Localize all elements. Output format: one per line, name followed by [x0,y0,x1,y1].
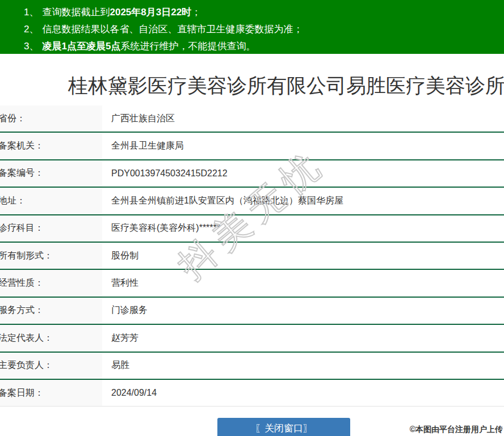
table-row-address: 地址： 全州县全州镇前进1队安置区内（鸿福路北边）蔡国华房屋 [0,188,504,215]
table-row-service-mode: 服务方式： 门诊服务 [0,298,504,325]
field-value: PDY00139745032415D2212 [102,160,504,187]
field-label: 经营性质： [0,270,102,296]
table-row-ownership-form: 所有制形式： 股份制 [0,243,504,270]
field-value: 易胜 [102,353,504,379]
field-value: 医疗美容科(美容外科)****** [102,215,504,242]
table-row-operating-nature: 经营性质： 营利性 [0,270,504,297]
field-value: 全州县卫生健康局 [102,133,504,159]
field-label: 主要负责人： [0,353,102,379]
notice-line-3: 3、凌晨1点至凌晨5点系统进行维护，不能提供查询。 [0,38,504,55]
field-value: 股份制 [102,243,504,269]
field-value: 门诊服务 [102,298,504,324]
notice-number: 3、 [24,41,39,52]
field-value: 全州县全州镇前进1队安置区内（鸿福路北边）蔡国华房屋 [102,188,504,214]
notice-line-2: 2、信息数据结果以各省、自治区、直辖市卫生健康委数据为准； [0,21,504,38]
field-label: 服务方式： [0,298,102,324]
notice-banner: 1、查询数据截止到2025年8月3日22时； 2、信息数据结果以各省、自治区、直… [0,0,504,54]
table-row-legal-representative: 法定代表人： 赵芳芳 [0,325,504,352]
table-row-filing-number: 备案编号： PDY00139745032415D2212 [0,160,504,188]
field-label: 备案编号： [0,160,102,187]
field-label: 诊疗科目： [0,215,102,242]
field-label: 省份： [0,105,102,132]
field-label: 所有制形式： [0,243,102,269]
field-value: 2024/09/14 [102,380,504,406]
table-row-medical-subjects: 诊疗科目： 医疗美容科(美容外科)****** [0,215,504,243]
table-row-province: 省份： 广西壮族自治区 [0,105,504,133]
notice-text: ； [191,7,201,18]
page-title: 桂林黛影医疗美容诊所有限公司易胜医疗美容诊所 [68,73,504,99]
field-label: 法定代表人： [0,325,102,351]
notice-number: 1、 [24,7,39,18]
field-label: 备案机关： [0,133,102,159]
table-row-main-person-in-charge: 主要负责人： 易胜 [0,353,504,380]
upload-stamp: ©本图由平台注册用户上传 [410,425,503,435]
notice-text: 系统进行维护，不能提供查询。 [120,41,255,52]
notice-text-bold: 凌晨1点至凌晨5点 [42,41,120,52]
field-value: 赵芳芳 [102,325,504,351]
notice-text-bold: 2025年8月3日22时 [110,7,191,18]
field-label: 备案日期： [0,380,102,406]
notice-text: 信息数据结果以各省、自治区、直辖市卫生健康委数据为准； [42,24,303,35]
info-table: 省份： 广西壮族自治区 备案机关： 全州县卫生健康局 备案编号： PDY0013… [0,105,504,407]
field-value: 营利性 [102,270,504,296]
table-row-filing-date: 备案日期： 2024/09/14 [0,380,504,407]
field-label: 地址： [0,188,102,214]
notice-text: 查询数据截止到 [42,7,110,18]
field-value: 广西壮族自治区 [102,105,504,132]
notice-number: 2、 [24,24,39,35]
table-row-filing-authority: 备案机关： 全州县卫生健康局 [0,133,504,160]
close-window-button[interactable]: 〖关闭窗口〗 [217,418,350,436]
notice-line-1: 1、查询数据截止到2025年8月3日22时； [0,4,504,21]
